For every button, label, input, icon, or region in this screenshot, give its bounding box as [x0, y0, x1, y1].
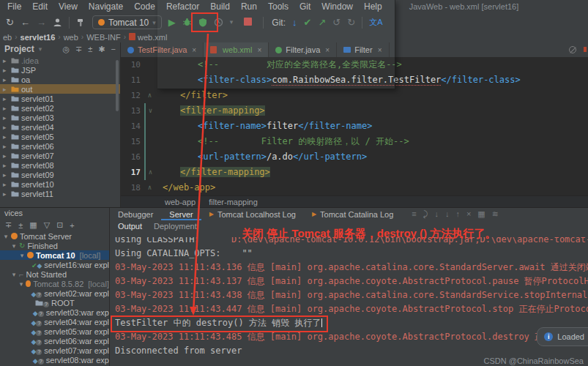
menu-item-git[interactable]: Git — [299, 1, 310, 12]
forward-icon[interactable]: → — [37, 18, 46, 27]
console-tab-debugger[interactable]: Debugger — [110, 208, 161, 220]
service-item-tomcat-10[interactable]: ▾Tomcat 10[local] — [0, 250, 109, 260]
chevron-down-icon[interactable]: ▾ — [39, 45, 42, 53]
service-item-servlet08-war-exp[interactable]: ◆?servlet08:war exp — [0, 355, 109, 365]
stop-button[interactable] — [239, 18, 256, 27]
translate-icon[interactable]: 文A — [369, 18, 382, 27]
console-tab-tomcat-localhost-log[interactable]: ▶Tomcat Localhost Log — [201, 208, 304, 220]
console-tab-server[interactable]: Server — [161, 208, 201, 220]
close-icon[interactable]: × — [257, 46, 261, 54]
chevron-right-icon[interactable]: ▸ — [3, 133, 9, 141]
print-icon[interactable]: ▦ — [477, 209, 485, 219]
project-panel-title[interactable]: Project — [4, 44, 34, 54]
chevron-right-icon[interactable]: ▸ — [3, 143, 9, 150]
git-push-icon[interactable]: ↗ — [318, 18, 326, 27]
open-in-new-frame-icon[interactable]: ⊡ — [56, 220, 63, 230]
expand-all-icon[interactable]: ± — [88, 45, 92, 54]
editor-breadcrumb-item[interactable]: filter-mapping — [209, 198, 258, 206]
locate-icon[interactable]: ◎ — [62, 45, 70, 54]
chevron-icon[interactable]: ▾ — [19, 252, 25, 259]
project-item-servlet04[interactable]: ▸servlet04 — [0, 122, 120, 132]
breadcrumb-item-servlet16[interactable]: servlet16 — [21, 33, 56, 42]
fold-marker[interactable]: ∧ — [144, 165, 155, 180]
project-item-servlet07[interactable]: ▸servlet07 — [0, 151, 120, 160]
menu-item-build[interactable]: Build — [210, 1, 230, 12]
chevron-icon[interactable]: ▾ — [11, 271, 17, 278]
service-item-servlet05-war-expl[interactable]: ◆?servlet05:war expl — [0, 326, 109, 336]
settings-gear-icon[interactable]: ✱ — [98, 45, 105, 54]
chevron-right-icon[interactable]: ▸ — [3, 171, 9, 179]
chevron-right-icon[interactable]: ▸ — [3, 67, 9, 74]
tab-web-xml[interactable]: web.xml× — [204, 42, 269, 57]
coverage-shield-icon[interactable] — [198, 18, 207, 27]
service-item-tomcat-8-5-82[interactable]: ▾Tomcat 8.5.82[local] — [0, 279, 109, 288]
tab-filter-java[interactable]: Filter.java× — [269, 42, 337, 57]
service-item-servlet07-war-expl[interactable]: ◆?servlet07:war expl — [0, 346, 109, 355]
project-item-.idea[interactable]: ▸.idea — [0, 56, 120, 65]
close-icon[interactable]: × — [192, 46, 196, 54]
menu-item-code[interactable]: Code — [134, 1, 155, 12]
menu-item-edit[interactable]: Edit — [32, 1, 48, 12]
notification-toast[interactable]: i Loaded — [537, 327, 588, 346]
project-item-out[interactable]: ▸out — [0, 84, 120, 94]
console-subtab-output[interactable]: Output — [118, 222, 142, 231]
editor-breadcrumb-item[interactable]: web-app — [165, 198, 196, 206]
chevron-right-icon[interactable]: ▸ — [3, 76, 9, 83]
breadcrumb-item-eb[interactable]: eb — [3, 33, 12, 42]
service-item-servlet04-war-expl[interactable]: ◆?servlet04:war expl — [0, 317, 109, 326]
fold-marker[interactable]: ∧ — [144, 180, 155, 195]
service-item-servlet06-war-expl[interactable]: ◆?servlet06:war expl — [0, 336, 109, 346]
project-item-oa[interactable]: ▸oa — [0, 75, 120, 84]
project-item-servlet10[interactable]: ▸servlet10 — [0, 179, 120, 189]
chevron-right-icon[interactable]: ▸ — [3, 181, 9, 188]
clear-icon[interactable]: × — [466, 209, 471, 219]
menu-item-help[interactable]: Help — [364, 1, 382, 12]
scroll-up-icon[interactable]: ↑ — [455, 209, 460, 219]
project-item-servlet03[interactable]: ▸servlet03 — [0, 113, 120, 122]
breadcrumb-item-web[interactable]: web — [64, 33, 78, 42]
console-output[interactable]: Using CLASSPATH: D:\dev\apache-tomcat-10… — [115, 237, 588, 366]
hide-panel-icon[interactable]: − — [111, 45, 116, 54]
more-run-options-icon[interactable]: ▾ — [230, 18, 234, 27]
sync-icon[interactable]: ↻ — [6, 18, 14, 27]
code-area[interactable]: 10 <!-- 对应的全类路径名,全类限定名-->11 <filter-clas… — [121, 57, 588, 195]
run-config-selector[interactable]: Tomcat 10 ▾ — [92, 15, 162, 29]
debug-bug-icon[interactable] — [182, 18, 192, 27]
chevron-right-icon[interactable]: ▸ — [3, 105, 9, 112]
chevron-icon[interactable]: ▾ — [11, 242, 17, 250]
project-item-servlet01[interactable]: ▸servlet01 — [0, 94, 120, 103]
service-item-not-started[interactable]: ▾⌐Not Started — [0, 269, 109, 279]
project-item-servlet02[interactable]: ▸servlet02 — [0, 103, 120, 113]
service-item-servlet02-war-expl[interactable]: ◆?servlet02:war expl — [0, 288, 109, 298]
scroll-end-icon[interactable]: ↓ — [445, 209, 450, 219]
fold-marker[interactable]: ∧ — [144, 88, 155, 103]
chevron-right-icon[interactable]: ▸ — [3, 152, 9, 160]
console-subtab-deployment[interactable]: Deployment — [154, 222, 197, 231]
menu-item-view[interactable]: View — [59, 1, 78, 12]
project-item-servlet11[interactable]: ▸servlet11 — [0, 189, 120, 198]
menu-item-refactor[interactable]: Refactor — [166, 1, 199, 12]
chevron-right-icon[interactable]: ▸ — [3, 114, 9, 122]
chevron-right-icon[interactable]: ▸ — [3, 190, 9, 198]
menu-item-run[interactable]: Run — [241, 1, 257, 12]
chevron-icon[interactable]: ▾ — [3, 233, 9, 240]
tab-filter[interactable]: Filter× — [337, 42, 389, 57]
breadcrumb-item-web.xml[interactable]: web.xml — [129, 33, 167, 42]
back-icon[interactable]: ← — [21, 18, 30, 27]
menu-item-navigate[interactable]: Navigate — [89, 1, 123, 12]
add-service-icon[interactable]: + — [70, 221, 74, 230]
user-icon[interactable] — [53, 18, 62, 27]
soft-wrap-icon[interactable]: ⤸ — [423, 209, 428, 219]
service-item-finished[interactable]: ▾↻Finished — [0, 241, 109, 250]
project-item-servlet05[interactable]: ▸servlet05 — [0, 132, 120, 141]
fold-marker[interactable]: ∨ — [144, 103, 155, 119]
expand-all-icon[interactable]: ± — [18, 221, 23, 230]
scroll-down-icon[interactable]: ↓ — [434, 209, 439, 219]
project-item-servlet09[interactable]: ▸servlet09 — [0, 170, 120, 179]
service-item-root[interactable]: ?ROOT — [0, 298, 109, 307]
project-item-servlet08[interactable]: ▸servlet08 — [0, 160, 120, 170]
service-item-servlet03-war-exp[interactable]: ◆?servlet03:war exp — [0, 307, 109, 317]
project-item-JSP[interactable]: ▸JSP — [0, 65, 120, 75]
inspections-off-icon[interactable] — [569, 46, 576, 53]
tab-testfilter-java[interactable]: TestFilter.java× — [121, 42, 204, 57]
